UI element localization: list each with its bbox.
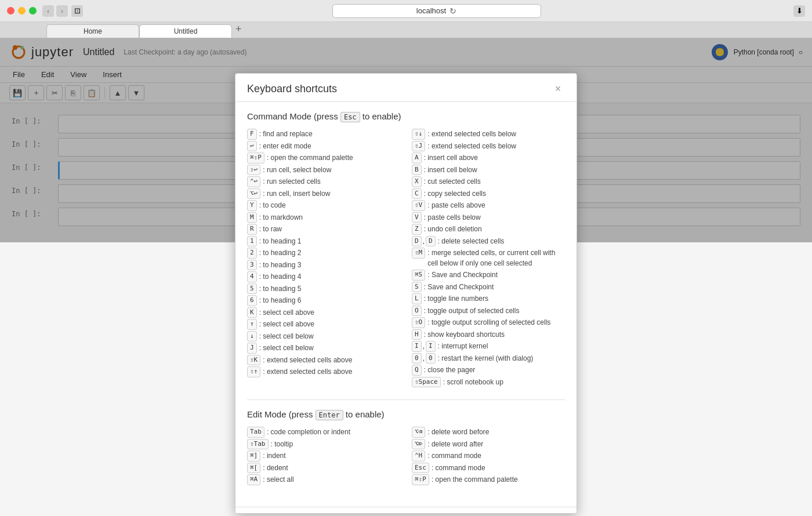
shortcut-code-completion: Tab : code completion or indent: [247, 426, 400, 438]
shortcut-insert-above: A : insert cell above: [412, 152, 565, 164]
minimize-traffic-light[interactable]: [18, 7, 26, 14]
shortcut-indent: ⌘] : indent: [247, 450, 400, 462]
shortcut-enter-edit: ↩ : enter edit mode: [247, 140, 400, 152]
back-button[interactable]: ‹: [42, 5, 54, 17]
maximize-traffic-light[interactable]: [29, 7, 37, 14]
shortcut-delete-word-before: ⌥⌫ : delete word before: [412, 426, 565, 438]
command-shortcuts-left-col: F : find and replace ↩ : enter edit mode…: [247, 128, 400, 388]
shortcut-heading-6: 6 : to heading 6: [247, 295, 400, 307]
shortcut-select-above-k: K : select cell above: [247, 307, 400, 319]
address-text: localhost: [416, 6, 446, 15]
back-forward-buttons: ‹ ›: [42, 5, 68, 17]
shortcut-extend-above-k: ⇧K : extend selected cells above: [247, 354, 400, 366]
address-bar[interactable]: localhost ↻: [332, 4, 541, 18]
shortcut-save-cmd: ⌘S : Save and Checkpoint: [412, 269, 565, 281]
modal-body: Command Mode (press Esc to enable) F : f…: [235, 102, 577, 507]
shortcut-heading-1: 1 : to heading 1: [247, 235, 400, 248]
shortcut-extend-below-down: ⇧↓ : extend selected cells below: [412, 128, 565, 140]
shortcut-heading-4: 4 : to heading 4: [247, 271, 400, 283]
shortcut-to-markdown: M : to markdown: [247, 212, 400, 224]
close-traffic-light[interactable]: [7, 7, 14, 14]
window-controls-right: ⬇: [790, 5, 812, 17]
traffic-lights: [0, 7, 37, 14]
shortcut-insert-below: B : insert cell below: [412, 164, 565, 176]
shortcut-undo-delete: Z : undo cell deletion: [412, 223, 565, 235]
shortcut-command-mode-ctrl: ⌃H : command mode: [412, 450, 565, 462]
shortcut-find-replace: F : find and replace: [247, 128, 400, 140]
edit-shortcuts-grid: Tab : code completion or indent ⇧Tab : t…: [247, 426, 565, 486]
tab-untitled[interactable]: Untitled: [139, 24, 232, 38]
shortcut-extend-above-up: ⇧↑ : extend selected cells above: [247, 366, 400, 378]
shortcut-command-mode-esc: Esc : command mode: [412, 462, 565, 474]
download-icon[interactable]: ⬇: [793, 5, 805, 17]
shortcut-delete-cells: D,D : delete selected cells: [412, 235, 565, 248]
modal-title: Keyboard shortcuts: [247, 83, 337, 95]
shortcut-heading-2: 2 : to heading 2: [247, 247, 400, 259]
modal-footer: Close: [235, 507, 577, 514]
shortcut-toggle-scroll: ⇧O : toggle output scrolling of selected…: [412, 317, 565, 329]
shortcut-select-below-down: ↓ : select cell below: [247, 330, 400, 343]
shortcut-command-palette: ⌘⇧P : open the command palette: [247, 152, 400, 164]
shortcut-select-below-j: J : select cell below: [247, 342, 400, 354]
address-bar-container: localhost ↻: [83, 4, 790, 18]
shortcut-to-code: Y : to code: [247, 199, 400, 212]
shortcut-dedent: ⌘[ : dedent: [247, 462, 400, 474]
modal-header: Keyboard shortcuts ×: [235, 74, 577, 102]
shortcut-run-select-below: ⇧↩ : run cell, select below: [247, 164, 400, 176]
shortcut-scroll-up: ⇧Space : scroll notebook up: [412, 376, 565, 388]
shortcut-run-insert-below: ⌥↩ : run cell, insert below: [247, 188, 400, 200]
browser-tabs: Home Untitled +: [0, 22, 812, 38]
command-shortcuts-grid: F : find and replace ↩ : enter edit mode…: [247, 128, 565, 388]
shortcut-open-command-palette-edit: ⌘⇧P : open the command palette: [412, 474, 565, 486]
edit-shortcuts-left-col: Tab : code completion or indent ⇧Tab : t…: [247, 426, 400, 486]
keyboard-shortcuts-modal: Keyboard shortcuts × Command Mode (press…: [235, 73, 577, 514]
shortcut-save-s: S : Save and Checkpoint: [412, 281, 565, 293]
mac-titlebar: ‹ › ⊡ localhost ↻ ⬇: [0, 0, 812, 22]
esc-key-badge: Esc: [340, 112, 360, 122]
shortcut-toggle-output: O : toggle output of selected cells: [412, 305, 565, 317]
new-tab-button[interactable]: +: [235, 23, 242, 38]
command-mode-title: Command Mode (press Esc to enable): [247, 111, 565, 121]
shortcut-delete-word-after: ⌥⌦ : delete word after: [412, 438, 565, 450]
shortcut-select-all: ⌘A : select all: [247, 474, 400, 486]
shortcut-extend-below-j: ⇧J : extend selected cells below: [412, 140, 565, 152]
forward-button[interactable]: ›: [56, 5, 68, 17]
shortcut-copy-cells: C : copy selected cells: [412, 188, 565, 200]
reload-icon[interactable]: ↻: [449, 6, 456, 16]
shortcut-show-shortcuts: H : show keyboard shortcuts: [412, 329, 565, 341]
shortcut-merge-cells: ⇧M : merge selected cells, or current ce…: [412, 247, 565, 269]
shortcut-toggle-line-numbers: L : toggle line numbers: [412, 293, 565, 305]
edit-mode-title: Edit Mode (press Enter to enable): [247, 409, 565, 419]
shortcut-restart-kernel: 0,0 : restart the kernel (with dialog): [412, 353, 565, 365]
shortcut-select-above-up: ↑ : select cell above: [247, 318, 400, 330]
tab-home[interactable]: Home: [46, 24, 139, 38]
enter-key-badge: Enter: [316, 410, 343, 420]
section-divider: [247, 399, 565, 400]
shortcut-tooltip: ⇧Tab : tooltip: [247, 438, 400, 450]
shortcut-cut-cells: X : cut selected cells: [412, 176, 565, 188]
shortcut-interrupt-kernel: I,I : interrupt kernel: [412, 340, 565, 353]
shortcut-to-raw: R : to raw: [247, 223, 400, 235]
shortcut-close-pager: Q : close the pager: [412, 364, 565, 376]
jupyter-container: jupyter Untitled Last Checkpoint: a day …: [0, 38, 812, 242]
shortcut-heading-3: 3 : to heading 3: [247, 259, 400, 271]
shortcut-paste-below: V : paste cells below: [412, 212, 565, 224]
command-shortcuts-right-col: ⇧↓ : extend selected cells below ⇧J : ex…: [412, 128, 565, 388]
modal-close-button[interactable]: ×: [551, 82, 565, 96]
shortcut-paste-above: ⇧V : paste cells above: [412, 199, 565, 212]
shortcut-run-selected: ⌃↩ : run selected cells: [247, 176, 400, 188]
reader-button[interactable]: ⊡: [71, 5, 83, 17]
modal-overlay: Keyboard shortcuts × Command Mode (press…: [0, 38, 812, 242]
shortcut-heading-5: 5 : to heading 5: [247, 283, 400, 295]
edit-shortcuts-right-col: ⌥⌫ : delete word before ⌥⌦ : delete word…: [412, 426, 565, 486]
